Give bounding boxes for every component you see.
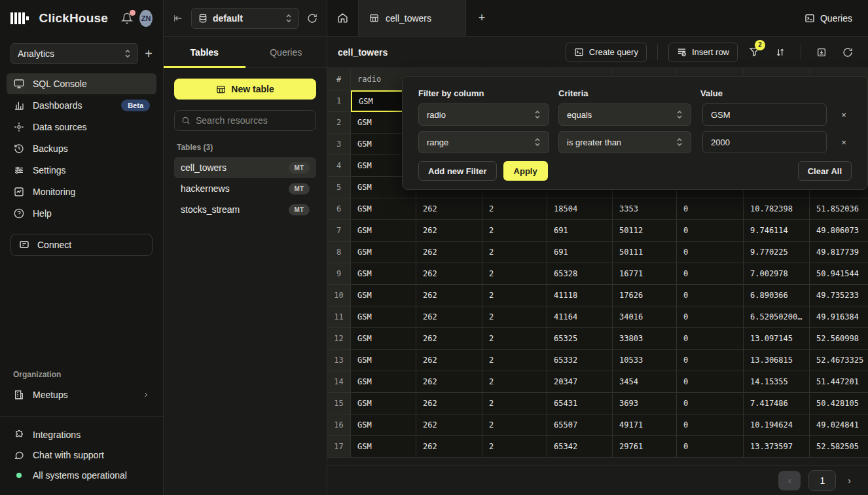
table-cell[interactable]: 0	[677, 242, 744, 263]
table-cell[interactable]: 262	[416, 436, 482, 458]
refresh-button[interactable]	[838, 43, 858, 62]
table-cell[interactable]: 29761	[613, 436, 677, 458]
prev-page-button[interactable]: ‹	[778, 471, 801, 490]
table-cell[interactable]: 10.782398	[744, 198, 810, 220]
table-cell[interactable]: 691	[547, 220, 613, 242]
table-cell[interactable]: 50111	[613, 242, 677, 263]
workspace-select[interactable]: Analytics	[10, 43, 138, 64]
table-cell[interactable]: GSM	[351, 285, 416, 306]
remove-filter-button[interactable]: ×	[836, 134, 852, 150]
apply-button[interactable]: Apply	[503, 161, 548, 181]
table-cell[interactable]: 13.373597	[744, 436, 810, 458]
table-cell[interactable]: GSM	[351, 393, 416, 414]
table-cell[interactable]: 52.4673325	[810, 350, 868, 371]
database-select[interactable]: default	[191, 8, 299, 29]
remove-filter-button[interactable]: ×	[836, 107, 852, 122]
table-cell[interactable]: 2	[482, 242, 547, 263]
table-cell[interactable]: 65431	[547, 393, 613, 414]
table-cell[interactable]: 0	[677, 371, 744, 393]
table-cell[interactable]: 7.002978	[744, 263, 810, 285]
sidebar-item-dashboards[interactable]: Dashboards Beta	[7, 95, 156, 116]
sidebar-item-monitoring[interactable]: Monitoring	[7, 181, 156, 202]
table-cell[interactable]: 262	[416, 242, 482, 263]
table-cell[interactable]: 41118	[547, 285, 613, 306]
table-cell[interactable]: 7.417486	[744, 393, 810, 414]
table-cell[interactable]: 262	[416, 371, 482, 393]
table-cell[interactable]: 49171	[613, 414, 677, 436]
table-cell[interactable]: 262	[416, 198, 482, 220]
table-cell[interactable]: 52.560998	[810, 328, 868, 350]
table-cell[interactable]: 52.582505	[810, 436, 868, 458]
table-cell[interactable]: 65507	[547, 414, 613, 436]
notifications-bell-icon[interactable]	[121, 12, 133, 24]
table-cell[interactable]: 17626	[613, 285, 677, 306]
table-cell[interactable]: 0	[677, 285, 744, 306]
table-cell[interactable]: 65342	[547, 436, 613, 458]
table-cell[interactable]: 0	[677, 328, 744, 350]
table-cell[interactable]: 10.194624	[744, 414, 810, 436]
table-cell[interactable]: GSM	[351, 371, 416, 393]
table-cell[interactable]: 33803	[613, 328, 677, 350]
filter-value-input[interactable]	[702, 103, 827, 126]
table-cell[interactable]: 0	[677, 263, 744, 285]
connect-button[interactable]: Connect	[10, 234, 153, 256]
table-cell[interactable]: 10533	[613, 350, 677, 371]
filter-column-select[interactable]: range	[418, 131, 549, 153]
table-list-item-stocks-stream[interactable]: stocks_stream MT	[174, 199, 316, 220]
table-cell[interactable]: 51.852036	[810, 198, 868, 220]
sidebar-item-data-sources[interactable]: Data sources	[7, 117, 156, 138]
table-cell[interactable]: 0	[677, 350, 744, 371]
table-cell[interactable]: 51.447201	[810, 371, 868, 393]
add-workspace-button[interactable]: +	[145, 47, 153, 60]
new-tab-button[interactable]: +	[466, 0, 497, 36]
table-cell[interactable]: 0	[677, 306, 744, 328]
table-cell[interactable]: 50.428105	[810, 393, 868, 414]
table-cell[interactable]: 262	[416, 263, 482, 285]
sidebar-item-backups[interactable]: Backups	[7, 138, 156, 159]
table-cell[interactable]: 20347	[547, 371, 613, 393]
filter-criteria-select[interactable]: equals	[558, 103, 691, 126]
home-tab[interactable]	[327, 0, 359, 36]
table-cell[interactable]: GSM	[351, 263, 416, 285]
table-cell[interactable]: 50112	[613, 220, 677, 242]
insert-row-button[interactable]: Insert row	[668, 43, 738, 62]
table-cell[interactable]: 2	[482, 414, 547, 436]
table-cell[interactable]: 2	[482, 220, 547, 242]
table-cell[interactable]: 6.52050200…	[744, 306, 810, 328]
sidebar-item-settings[interactable]: Settings	[7, 160, 156, 181]
table-cell[interactable]: 50.941544	[810, 263, 868, 285]
table-cell[interactable]: 13.306815	[744, 350, 810, 371]
table-cell[interactable]: GSM	[351, 436, 416, 458]
refresh-databases-icon[interactable]	[307, 13, 317, 24]
sort-button[interactable]	[770, 43, 790, 62]
table-cell[interactable]: 6.890366	[744, 285, 810, 306]
table-cell[interactable]: GSM	[351, 328, 416, 350]
table-cell[interactable]: 49.916384	[810, 306, 868, 328]
filter-value-input[interactable]	[702, 131, 827, 153]
user-avatar[interactable]: ZN	[139, 10, 153, 27]
table-cell[interactable]: 49.024841	[810, 414, 868, 436]
sidebar-item-meetups[interactable]: Meetups	[7, 384, 156, 405]
filter-column-select[interactable]: radio	[418, 103, 549, 126]
tab-tables[interactable]: Tables	[164, 37, 245, 67]
sidebar-item-help[interactable]: Help	[7, 203, 156, 224]
add-filter-button[interactable]: Add new Filter	[418, 161, 497, 181]
table-cell[interactable]: 2	[482, 328, 547, 350]
table-cell[interactable]: 0	[677, 436, 744, 458]
table-cell[interactable]: 49.735233	[810, 285, 868, 306]
sidebar-item-integrations[interactable]: Integrations	[7, 425, 156, 445]
table-cell[interactable]: GSM	[351, 220, 416, 242]
table-cell[interactable]: 65328	[547, 263, 613, 285]
table-list-item-cell-towers[interactable]: cell_towers MT	[174, 157, 316, 178]
sidebar-item-sql-console[interactable]: SQL Console	[7, 73, 156, 94]
table-cell[interactable]: 262	[416, 285, 482, 306]
table-cell[interactable]: GSM	[351, 350, 416, 371]
table-cell[interactable]: 65332	[547, 350, 613, 371]
table-cell[interactable]: 2	[482, 350, 547, 371]
table-cell[interactable]: 3693	[613, 393, 677, 414]
filter-criteria-select[interactable]: is greater than	[558, 131, 691, 153]
table-cell[interactable]: 34016	[613, 306, 677, 328]
table-cell[interactable]: 262	[416, 393, 482, 414]
tab-queries[interactable]: Queries	[245, 37, 327, 67]
table-cell[interactable]: 2	[482, 263, 547, 285]
